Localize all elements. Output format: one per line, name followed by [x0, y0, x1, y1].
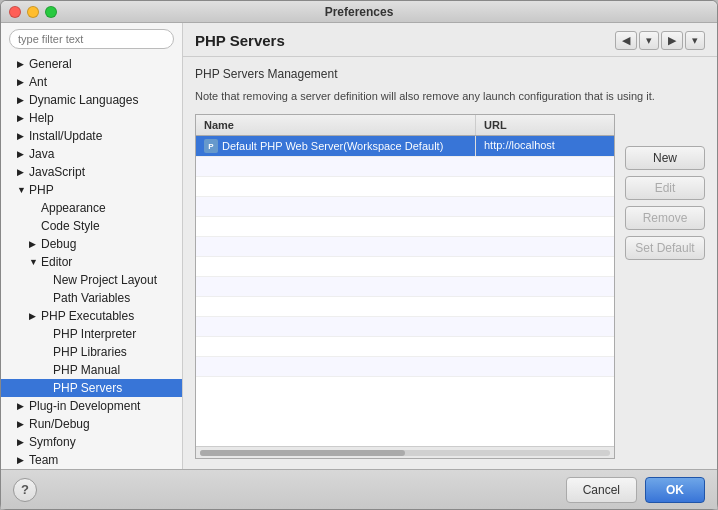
panel-title: PHP Servers [195, 32, 285, 49]
sidebar-item-run-debug[interactable]: ▶ Run/Debug [1, 415, 182, 433]
table-row-empty[interactable] [196, 337, 614, 357]
sidebar-item-label: Java [29, 147, 54, 161]
arrow-icon: ▶ [17, 113, 27, 123]
sidebar-item-label: General [29, 57, 72, 71]
scrollbar-track [200, 450, 610, 456]
table-row-empty[interactable] [196, 197, 614, 217]
sidebar-item-general[interactable]: ▶ General [1, 55, 182, 73]
sidebar-list: ▶ General ▶ Ant ▶ Dynamic Languages ▶ He… [1, 55, 182, 469]
sidebar-item-dynamic-languages[interactable]: ▶ Dynamic Languages [1, 91, 182, 109]
sidebar-item-label: PHP Manual [53, 363, 120, 377]
ok-button[interactable]: OK [645, 477, 705, 503]
dropdown-icon: ▾ [646, 34, 652, 47]
sidebar-item-new-project-layout[interactable]: New Project Layout [1, 271, 182, 289]
table-row-empty[interactable] [196, 157, 614, 177]
table-row-empty[interactable] [196, 277, 614, 297]
nav-dropdown-button[interactable]: ▾ [639, 31, 659, 50]
nav-back-button[interactable]: ◀ [615, 31, 637, 50]
sidebar-item-label: Symfony [29, 435, 76, 449]
preferences-window: Preferences ▶ General ▶ Ant ▶ Dynamic La… [0, 0, 718, 510]
sidebar-item-label: PHP [29, 183, 54, 197]
sidebar-item-label: Ant [29, 75, 47, 89]
table-row-empty[interactable] [196, 357, 614, 377]
panel-nav: ◀ ▾ ▶ ▾ [615, 31, 705, 50]
new-button[interactable]: New [625, 146, 705, 170]
sidebar-item-java[interactable]: ▶ Java [1, 145, 182, 163]
sidebar-item-appearance[interactable]: Appearance [1, 199, 182, 217]
close-button[interactable] [9, 6, 21, 18]
servers-table: Name URL P Default PHP Web Server(Worksp… [195, 114, 615, 459]
sidebar-item-label: PHP Libraries [53, 345, 127, 359]
sidebar-item-php-executables[interactable]: ▶ PHP Executables [1, 307, 182, 325]
sidebar-item-label: Plug-in Development [29, 399, 140, 413]
sidebar-item-label: Debug [41, 237, 76, 251]
sidebar-item-php[interactable]: ▼ PHP [1, 181, 182, 199]
table-row[interactable]: P Default PHP Web Server(Workspace Defau… [196, 136, 614, 157]
arrow-icon: ▶ [29, 311, 39, 321]
arrow-icon: ▼ [29, 257, 39, 267]
panel-header: PHP Servers ◀ ▾ ▶ ▾ [183, 23, 717, 57]
cancel-button[interactable]: Cancel [566, 477, 637, 503]
sidebar-item-label: Appearance [41, 201, 106, 215]
table-row-empty[interactable] [196, 177, 614, 197]
sidebar-item-label: Editor [41, 255, 72, 269]
sidebar-item-label: PHP Executables [41, 309, 134, 323]
horizontal-scrollbar[interactable] [196, 446, 614, 458]
arrow-icon: ▶ [29, 239, 39, 249]
sidebar-item-label: Path Variables [53, 291, 130, 305]
sidebar-item-help[interactable]: ▶ Help [1, 109, 182, 127]
arrow-icon: ▶ [17, 401, 27, 411]
panel-note: Note that removing a server definition w… [195, 89, 705, 104]
sidebar-item-label: Code Style [41, 219, 100, 233]
set-default-button[interactable]: Set Default [625, 236, 705, 260]
more-icon: ▾ [692, 34, 698, 47]
table-row-empty[interactable] [196, 237, 614, 257]
table-area: Name URL P Default PHP Web Server(Worksp… [195, 114, 705, 459]
arrow-icon: ▶ [17, 167, 27, 177]
table-row-empty[interactable] [196, 317, 614, 337]
nav-more-button[interactable]: ▾ [685, 31, 705, 50]
sidebar-item-plug-in-development[interactable]: ▶ Plug-in Development [1, 397, 182, 415]
sidebar-item-ant[interactable]: ▶ Ant [1, 73, 182, 91]
sidebar-item-symfony[interactable]: ▶ Symfony [1, 433, 182, 451]
table-row-empty[interactable] [196, 257, 614, 277]
nav-forward-button[interactable]: ▶ [661, 31, 683, 50]
sidebar-item-php-libraries[interactable]: PHP Libraries [1, 343, 182, 361]
minimize-button[interactable] [27, 6, 39, 18]
sidebar-item-label: Run/Debug [29, 417, 90, 431]
table-header: Name URL [196, 115, 614, 136]
sidebar-item-label: Help [29, 111, 54, 125]
search-input[interactable] [9, 29, 174, 49]
remove-button[interactable]: Remove [625, 206, 705, 230]
table-row-empty[interactable] [196, 217, 614, 237]
sidebar-item-code-style[interactable]: Code Style [1, 217, 182, 235]
sidebar-item-label: JavaScript [29, 165, 85, 179]
column-name-header: Name [196, 115, 476, 135]
sidebar-item-label: PHP Interpreter [53, 327, 136, 341]
edit-button[interactable]: Edit [625, 176, 705, 200]
column-url-header: URL [476, 115, 614, 135]
table-row-empty[interactable] [196, 297, 614, 317]
sidebar-item-debug[interactable]: ▶ Debug [1, 235, 182, 253]
server-name: Default PHP Web Server(Workspace Default… [222, 140, 443, 152]
arrow-icon: ▶ [17, 419, 27, 429]
window-controls [9, 6, 57, 18]
arrow-icon: ▼ [17, 185, 27, 195]
sidebar-item-php-servers[interactable]: PHP Servers [1, 379, 182, 397]
sidebar: ▶ General ▶ Ant ▶ Dynamic Languages ▶ He… [1, 23, 183, 469]
arrow-icon: ▶ [17, 149, 27, 159]
sidebar-item-install-update[interactable]: ▶ Install/Update [1, 127, 182, 145]
scrollbar-thumb [200, 450, 405, 456]
main-content: ▶ General ▶ Ant ▶ Dynamic Languages ▶ He… [1, 23, 717, 469]
sidebar-item-label: Dynamic Languages [29, 93, 138, 107]
sidebar-item-php-interpreter[interactable]: PHP Interpreter [1, 325, 182, 343]
sidebar-item-team[interactable]: ▶ Team [1, 451, 182, 469]
help-button[interactable]: ? [13, 478, 37, 502]
sidebar-item-php-manual[interactable]: PHP Manual [1, 361, 182, 379]
footer-buttons: Cancel OK [566, 477, 705, 503]
sidebar-item-editor[interactable]: ▼ Editor [1, 253, 182, 271]
table-body: P Default PHP Web Server(Workspace Defau… [196, 136, 614, 446]
maximize-button[interactable] [45, 6, 57, 18]
sidebar-item-path-variables[interactable]: Path Variables [1, 289, 182, 307]
sidebar-item-javascript[interactable]: ▶ JavaScript [1, 163, 182, 181]
